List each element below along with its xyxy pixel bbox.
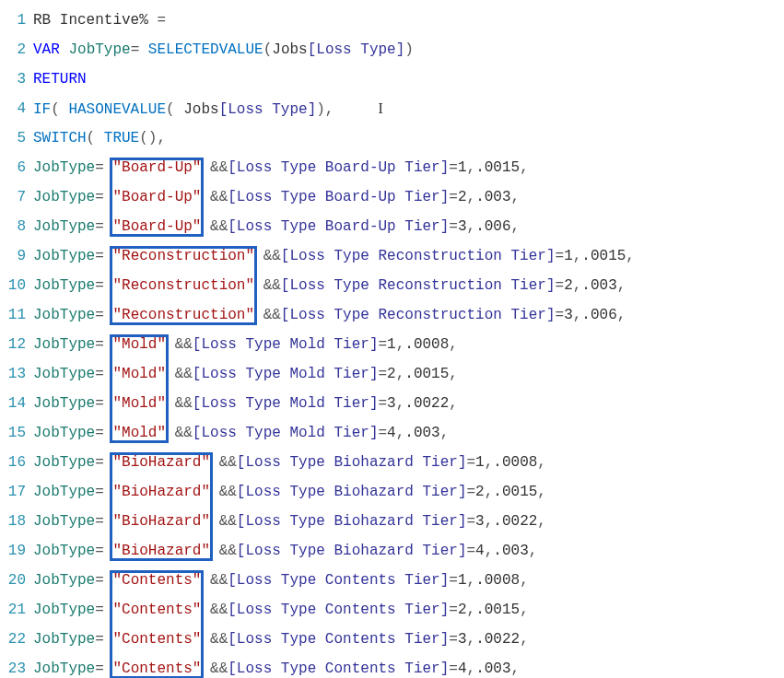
column-ref: [Loss Type Board-Up Tier]: [228, 159, 449, 176]
string-literal: "Mold": [112, 366, 166, 382]
variable-name: JobType: [33, 484, 95, 500]
column-ref: [Loss Type Mold Tier]: [193, 395, 379, 412]
tier-number: 4: [387, 425, 396, 441]
code-content: IF( HASONEVALUE( Jobs[Loss Type]), I: [33, 94, 784, 124]
line-number: 8: [0, 212, 33, 241]
code-line: 16JobType= "BioHazard" &&[Loss Type Bioh…: [0, 448, 784, 477]
code-content: JobType= "Reconstruction" &&[Loss Type R…: [33, 300, 784, 330]
func-true: TRUE: [104, 130, 139, 146]
line-number: 18: [0, 507, 33, 536]
rate-value: .003: [475, 189, 510, 205]
line-number: 17: [0, 477, 33, 507]
column-ref: [Loss Type Mold Tier]: [193, 425, 379, 441]
line-number: 12: [0, 330, 33, 359]
tier-number: 2: [564, 277, 573, 294]
column-ref: [Loss Type Biohazard Tier]: [237, 454, 467, 471]
column-ref: [Loss Type Reconstruction Tier]: [281, 277, 556, 294]
line-number: 9: [0, 241, 33, 271]
code-content: SWITCH( TRUE(),: [33, 123, 784, 153]
rate-value: .0008: [475, 572, 520, 589]
code-line: 14JobType= "Mold" &&[Loss Type Mold Tier…: [0, 389, 784, 418]
column-ref: [Loss Type Contents Tier]: [228, 660, 449, 677]
func-switch: SWITCH: [33, 130, 87, 146]
line-number: 21: [0, 595, 33, 625]
code-line: 19JobType= "BioHazard" &&[Loss Type Bioh…: [0, 536, 784, 566]
code-line: 1 RB Incentive% =: [0, 6, 784, 35]
string-literal: "Board-Up": [112, 218, 201, 235]
tier-number: 2: [458, 602, 467, 618]
code-line: 18JobType= "BioHazard" &&[Loss Type Bioh…: [0, 507, 784, 536]
keyword-return: RETURN: [33, 71, 87, 88]
rate-value: .003: [404, 425, 439, 441]
code-line: 22JobType= "Contents" &&[Loss Type Conte…: [0, 625, 784, 654]
line-number: 16: [0, 448, 33, 477]
code-content: JobType= "Mold" &&[Loss Type Mold Tier]=…: [33, 389, 784, 418]
code-content: JobType= "BioHazard" &&[Loss Type Biohaz…: [33, 507, 784, 536]
variable-name: JobType: [33, 631, 95, 648]
variable-name: JobType: [33, 395, 95, 412]
code-content: JobType= "Contents" &&[Loss Type Content…: [33, 625, 784, 654]
code-content: JobType= "Contents" &&[Loss Type Content…: [33, 654, 784, 678]
code-line: 2 VAR JobType= SELECTEDVALUE(Jobs[Loss T…: [0, 35, 784, 64]
string-literal: "Reconstruction": [112, 307, 254, 323]
code-line: 15JobType= "Mold" &&[Loss Type Mold Tier…: [0, 418, 784, 448]
rate-value: .006: [581, 307, 616, 323]
tier-number: 4: [458, 660, 467, 677]
code-line: 23JobType= "Contents" &&[Loss Type Conte…: [0, 654, 784, 678]
string-literal: "Mold": [112, 336, 166, 353]
code-content: JobType= "Contents" &&[Loss Type Content…: [33, 595, 784, 625]
column-ref: [Loss Type]: [219, 101, 317, 118]
table-name: Jobs: [183, 101, 218, 118]
column-ref: [Loss Type Biohazard Tier]: [237, 543, 467, 559]
tier-number: 1: [564, 248, 573, 264]
code-line: 12JobType= "Mold" &&[Loss Type Mold Tier…: [0, 330, 784, 359]
string-literal: "Reconstruction": [112, 248, 254, 264]
line-number: 10: [0, 271, 33, 300]
line-number: 2: [0, 35, 33, 64]
dax-editor[interactable]: 1 RB Incentive% = 2 VAR JobType= SELECTE…: [0, 0, 784, 678]
column-ref: [Loss Type]: [308, 41, 405, 58]
string-literal: "Contents": [112, 602, 201, 618]
code-content: JobType= "Board-Up" &&[Loss Type Board-U…: [33, 153, 784, 182]
rate-value: .0015: [475, 602, 520, 618]
rate-value: .0022: [475, 631, 520, 648]
code-line: 21JobType= "Contents" &&[Loss Type Conte…: [0, 595, 784, 625]
tier-number: 3: [458, 218, 467, 235]
string-literal: "Contents": [112, 631, 201, 648]
code-line: 10JobType= "Reconstruction" &&[Loss Type…: [0, 271, 784, 300]
variable-name: JobType: [33, 248, 95, 264]
rate-value: .0015: [404, 366, 449, 382]
tier-number: 2: [458, 189, 467, 205]
code-line: 7JobType= "Board-Up" &&[Loss Type Board-…: [0, 182, 784, 212]
string-literal: "BioHazard": [112, 454, 210, 471]
rate-value: .003: [493, 543, 528, 559]
func-selectedvalue: SELECTEDVALUE: [148, 41, 263, 58]
variable-name: JobType: [33, 277, 95, 294]
line-number: 6: [0, 153, 33, 182]
rate-value: .0015: [475, 159, 520, 176]
func-if: IF: [33, 101, 51, 118]
variable-name: JobType: [68, 41, 130, 58]
variable-name: JobType: [33, 572, 95, 589]
tier-number: 3: [475, 513, 485, 530]
tier-number: 2: [387, 366, 396, 382]
code-content: RB Incentive% =: [33, 6, 784, 35]
keyword-var: VAR: [33, 41, 60, 58]
code-content: JobType= "Mold" &&[Loss Type Mold Tier]=…: [33, 359, 784, 389]
code-line: 9JobType= "Reconstruction" &&[Loss Type …: [0, 241, 784, 271]
tier-number: 1: [475, 454, 485, 471]
string-literal: "Board-Up": [112, 189, 201, 205]
code-content: JobType= "Board-Up" &&[Loss Type Board-U…: [33, 182, 784, 212]
column-ref: [Loss Type Reconstruction Tier]: [281, 248, 556, 264]
column-ref: [Loss Type Biohazard Tier]: [237, 484, 467, 500]
rate-value: .003: [581, 277, 616, 294]
code-content: JobType= "BioHazard" &&[Loss Type Biohaz…: [33, 448, 784, 477]
string-literal: "Mold": [112, 395, 166, 412]
code-content: JobType= "Board-Up" &&[Loss Type Board-U…: [33, 212, 784, 241]
line-number: 22: [0, 625, 33, 654]
tier-number: 3: [387, 395, 396, 412]
variable-name: JobType: [33, 543, 95, 559]
code-content: JobType= "Mold" &&[Loss Type Mold Tier]=…: [33, 418, 784, 448]
string-literal: "Contents": [112, 660, 201, 677]
text-cursor-icon: I: [378, 100, 382, 116]
